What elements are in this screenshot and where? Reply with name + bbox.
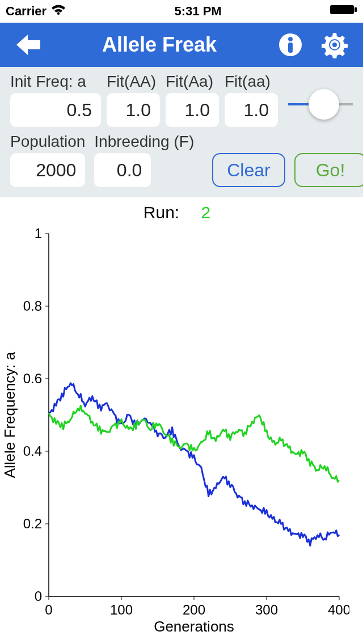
inbreeding-input[interactable] (94, 153, 151, 187)
status-bar: Carrier 5:31 PM (0, 0, 363, 23)
fit-Aa-input[interactable] (166, 93, 219, 127)
svg-text:0.8: 0.8 (23, 298, 42, 313)
inbreeding-label: Inbreeding (F) (94, 133, 194, 151)
svg-rect-1 (354, 7, 357, 12)
svg-text:400: 400 (328, 602, 349, 617)
svg-text:200: 200 (183, 602, 205, 617)
back-button[interactable] (11, 28, 45, 62)
init-freq-input[interactable] (10, 93, 101, 127)
wifi-icon (51, 4, 66, 19)
clock: 5:31 PM (175, 4, 222, 19)
run-indicator: Run: 2 (5, 203, 349, 222)
svg-text:Allele Frequency: a: Allele Frequency: a (5, 351, 18, 478)
fit-AA-label: Fit(AA) (107, 73, 160, 91)
carrier-label: Carrier (6, 4, 47, 19)
slider[interactable] (288, 82, 353, 127)
clear-button[interactable]: Clear (212, 153, 285, 187)
chart-area: Run: 2 00.20.40.60.810100200300400Genera… (0, 197, 363, 638)
svg-text:Generations: Generations (154, 618, 234, 635)
svg-text:0.6: 0.6 (23, 371, 42, 386)
fit-aa-label: Fit(aa) (225, 73, 278, 91)
svg-text:0.4: 0.4 (23, 443, 42, 459)
chart: 00.20.40.60.810100200300400GenerationsAl… (5, 222, 349, 636)
fit-AA-input[interactable] (107, 93, 160, 127)
battery-icon (330, 4, 357, 19)
svg-rect-0 (330, 5, 354, 14)
app-title: Allele Freak (45, 33, 273, 57)
run-label: Run: (143, 203, 179, 222)
population-label: Population (10, 133, 85, 151)
settings-button[interactable] (318, 28, 352, 62)
population-input[interactable] (10, 153, 85, 187)
go-button[interactable]: Go! (294, 153, 363, 187)
svg-point-3 (288, 37, 293, 41)
svg-text:1: 1 (35, 226, 42, 241)
nav-bar: Allele Freak (0, 23, 363, 67)
svg-text:100: 100 (110, 602, 133, 617)
svg-text:0: 0 (45, 602, 52, 617)
info-button[interactable] (273, 28, 307, 62)
svg-rect-4 (288, 43, 293, 53)
run-number: 2 (201, 203, 211, 222)
slider-thumb[interactable] (309, 89, 339, 120)
svg-text:0: 0 (35, 588, 42, 604)
fit-aa-input[interactable] (225, 93, 278, 127)
fit-Aa-label: Fit(Aa) (166, 73, 219, 91)
svg-text:300: 300 (255, 602, 278, 617)
controls-panel: Init Freq: a Fit(AA) Fit(Aa) Fit(aa) Pop… (0, 67, 363, 197)
svg-text:0.2: 0.2 (23, 516, 42, 531)
init-freq-label: Init Freq: a (10, 73, 101, 91)
